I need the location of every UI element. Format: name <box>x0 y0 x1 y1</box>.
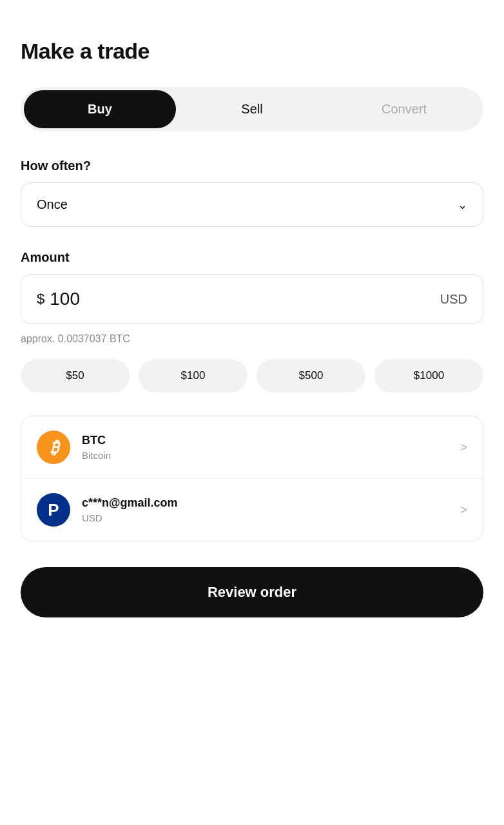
asset-payment-selection-card: ₿ BTC Bitcoin > P c***n@gmail.com USD > <box>21 416 483 541</box>
currency-symbol: $ <box>37 291 44 307</box>
paypal-currency: USD <box>82 512 460 523</box>
paypal-icon: P <box>37 493 70 527</box>
tab-convert[interactable]: Convert <box>328 90 480 128</box>
amount-input-area: $ 100 <box>37 289 80 309</box>
btc-info: BTC Bitcoin <box>82 434 460 461</box>
frequency-dropdown[interactable]: Once ⌄ <box>21 182 483 227</box>
amount-value: 100 <box>50 289 80 309</box>
tab-sell[interactable]: Sell <box>176 90 328 128</box>
quick-amount-100[interactable]: $100 <box>139 359 247 393</box>
btc-subtitle: Bitcoin <box>82 450 460 461</box>
frequency-value: Once <box>37 197 68 212</box>
approx-amount-text: approx. 0.0037037 BTC <box>21 333 483 345</box>
btc-name: BTC <box>82 434 460 447</box>
chevron-down-icon: ⌄ <box>458 198 467 212</box>
btc-selection-row[interactable]: ₿ BTC Bitcoin > <box>21 416 483 479</box>
page-title: Make a trade <box>21 39 483 64</box>
btc-chevron-right-icon: > <box>460 441 467 454</box>
amount-label: Amount <box>21 250 483 265</box>
paypal-chevron-right-icon: > <box>460 503 467 517</box>
paypal-email: c***n@gmail.com <box>82 496 460 510</box>
currency-label: USD <box>440 292 467 307</box>
quick-amount-buttons: $50 $100 $500 $1000 <box>21 359 483 393</box>
quick-amount-1000[interactable]: $1000 <box>374 359 483 393</box>
paypal-selection-row[interactable]: P c***n@gmail.com USD > <box>21 479 483 541</box>
tab-buy[interactable]: Buy <box>24 90 176 128</box>
review-order-button[interactable]: Review order <box>21 567 483 617</box>
btc-icon: ₿ <box>37 431 70 464</box>
paypal-info: c***n@gmail.com USD <box>82 496 460 523</box>
quick-amount-500[interactable]: $500 <box>257 359 365 393</box>
quick-amount-50[interactable]: $50 <box>21 359 130 393</box>
frequency-label: How often? <box>21 159 483 173</box>
trade-tab-switcher: Buy Sell Convert <box>21 87 483 131</box>
amount-input-container[interactable]: $ 100 USD <box>21 274 483 324</box>
